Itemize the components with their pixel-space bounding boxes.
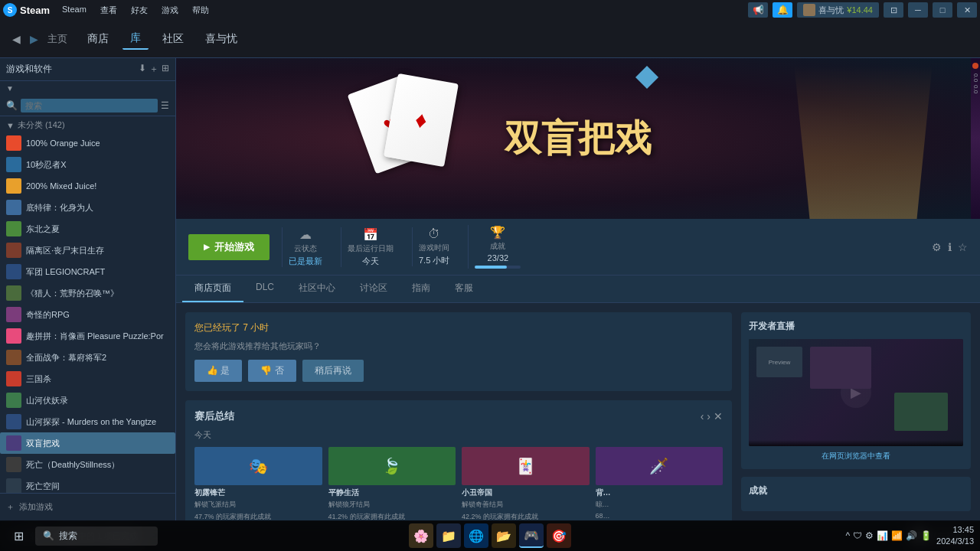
close-button[interactable]: ✕: [957, 2, 977, 18]
play-button[interactable]: ▶ 开始游戏: [188, 234, 270, 260]
taskbar-app-steam[interactable]: 🎮: [519, 523, 544, 548]
user-info[interactable]: 喜与忧 ¥14.44: [797, 2, 879, 18]
game-list: 100% Orange Juice 10秒忍者X 200% Mixed Juic…: [0, 132, 175, 493]
taskbar-app-files[interactable]: 📁: [436, 523, 461, 548]
sidebar-add-icon[interactable]: ＋: [149, 63, 158, 76]
game-item[interactable]: 东北之夏: [0, 218, 175, 240]
game-item[interactable]: 全面战争：幕府将军2: [0, 347, 175, 368]
game-thumbnail: [6, 435, 21, 451]
taskbar-app-game[interactable]: 🎯: [547, 523, 571, 548]
add-game-button[interactable]: ＋ 添加游戏: [6, 498, 169, 516]
wifi-icon[interactable]: 📶: [891, 530, 903, 541]
stream-thumbnail[interactable]: Preview ▶: [749, 339, 963, 446]
search-input[interactable]: [21, 99, 158, 112]
clock-icon: ⏱: [428, 227, 440, 241]
summary-title: 赛后总结: [194, 409, 234, 423]
taskbar-app-explorer[interactable]: 📂: [492, 523, 516, 548]
announcement-button[interactable]: 📢: [748, 2, 768, 18]
info-icon[interactable]: ℹ: [948, 241, 952, 253]
game-thumbnail: [6, 350, 21, 365]
menu-friends[interactable]: 好友: [125, 3, 154, 18]
sidebar-grid-icon[interactable]: ⊞: [162, 63, 169, 76]
nav-user[interactable]: 喜与忧: [198, 29, 245, 49]
tab-discussions[interactable]: 讨论区: [348, 276, 400, 302]
review-yes-button[interactable]: 👍 是: [194, 360, 242, 382]
game-hero: ♥ ♦ 双盲把戏 0.0 0.0: [176, 58, 980, 219]
game-thumbnail: [6, 157, 21, 172]
stream-preview3: [894, 393, 948, 431]
achievements-panel-title: 成就: [749, 484, 963, 497]
taskbar-search[interactable]: 🔍 搜索: [35, 527, 158, 546]
home-button[interactable]: 主页: [47, 32, 67, 46]
achievement-thumbnail: 🍃: [328, 447, 456, 485]
game-item[interactable]: 山河探探 - Murders on the Yangtze: [0, 411, 175, 432]
game-item[interactable]: 死亡（DeathlyStillness）: [0, 454, 175, 475]
right-edge-bar: 0.0 0.0: [971, 58, 980, 219]
menu-view[interactable]: 查看: [94, 3, 123, 18]
forward-button[interactable]: ▶: [30, 33, 38, 45]
trophy-icon: 🏆: [490, 225, 505, 240]
screen-mode-button[interactable]: ⊡: [884, 2, 903, 18]
tab-dlc[interactable]: DLC: [243, 276, 286, 302]
game-tabs: 商店页面 DLC 社区中心 讨论区 指南 客服: [176, 276, 980, 303]
tray-expand-icon[interactable]: ^: [845, 530, 850, 541]
search-icon: 🔍: [6, 100, 18, 111]
game-title-hero: 双盲把戏: [505, 114, 652, 163]
back-button[interactable]: ◀: [12, 33, 21, 45]
dev-stream-title: 开发者直播: [749, 320, 963, 333]
volume-icon[interactable]: 🔊: [906, 530, 917, 541]
summary-prev-button[interactable]: ‹: [701, 410, 704, 422]
category-text: 未分类 (142): [18, 119, 65, 131]
game-item[interactable]: 《猎人：荒野的召唤™》: [0, 282, 175, 304]
stream-browser-link[interactable]: 在网页浏览器中查看: [749, 451, 963, 461]
game-item[interactable]: 奇怪的RPG: [0, 304, 175, 325]
minimize-button[interactable]: ─: [908, 2, 928, 18]
summary-next-button[interactable]: ›: [707, 410, 710, 422]
game-item-active[interactable]: 双盲把戏: [0, 432, 175, 454]
achievement-progress-fill: [475, 266, 507, 269]
review-later-button[interactable]: 稍后再说: [302, 360, 364, 382]
menu-steam[interactable]: Steam: [56, 3, 93, 18]
nav-community[interactable]: 社区: [155, 29, 191, 49]
menu-games[interactable]: 游戏: [155, 3, 185, 18]
favorite-icon[interactable]: ☆: [958, 241, 968, 253]
game-thumbnail: [6, 264, 21, 279]
taskbar-app-flowers[interactable]: 🌸: [409, 523, 433, 548]
review-no-button[interactable]: 👎 否: [248, 360, 296, 382]
start-button[interactable]: ⊞: [6, 523, 31, 548]
achievements-panel: 成就: [741, 477, 971, 511]
maximize-button[interactable]: □: [933, 2, 952, 18]
nav-bar: ◀ ▶ 主页 商店 库 社区 喜与忧: [0, 20, 980, 58]
title-menu: Steam 查看 好友 游戏 帮助: [56, 3, 215, 18]
game-item[interactable]: 死亡空间: [0, 475, 175, 493]
tab-guides[interactable]: 指南: [400, 276, 443, 302]
nav-library[interactable]: 库: [122, 28, 149, 50]
filter-icon[interactable]: ☰: [161, 100, 169, 111]
tab-support[interactable]: 客服: [443, 276, 485, 302]
game-item[interactable]: 隔离区·丧尸末日生存: [0, 240, 175, 261]
category-arrow[interactable]: ▼: [6, 121, 15, 130]
game-item[interactable]: 山河伏妖录: [0, 390, 175, 411]
system-clock[interactable]: 13:45 2024/3/13: [936, 524, 974, 548]
game-thumbnail: [6, 135, 21, 151]
game-thumbnail: [6, 371, 21, 386]
summary-close-button[interactable]: ✕: [714, 410, 723, 422]
taskbar-app-edge[interactable]: 🌐: [464, 523, 488, 548]
dev-stream-section: 开发者直播 Preview ▶ 在网页浏览器中查看: [741, 312, 971, 469]
game-item[interactable]: 100% Orange Juice: [0, 132, 175, 154]
game-item[interactable]: 200% Mixed Juice!: [0, 175, 175, 197]
tab-store[interactable]: 商店页面: [182, 276, 243, 302]
game-item[interactable]: 10秒忍者X: [0, 154, 175, 175]
tab-community[interactable]: 社区中心: [286, 276, 348, 302]
menu-help[interactable]: 帮助: [186, 3, 215, 18]
game-item[interactable]: 趣拼拼：肖像画 Pleasure Puzzle:Por: [0, 325, 175, 347]
sidebar-download-icon[interactable]: ⬇: [139, 63, 146, 76]
game-item[interactable]: 底特律：化身为人: [0, 197, 175, 218]
section-collapse-arrow[interactable]: ▼: [6, 84, 14, 93]
settings-icon[interactable]: ⚙: [932, 241, 942, 253]
game-item[interactable]: 军团 LEGIONCRAFT: [0, 261, 175, 282]
notification-button[interactable]: 🔔: [773, 2, 792, 18]
nav-store[interactable]: 商店: [80, 29, 116, 49]
review-title: 您已经玩了 7 小时: [194, 321, 723, 334]
game-item[interactable]: 三国杀: [0, 368, 175, 390]
